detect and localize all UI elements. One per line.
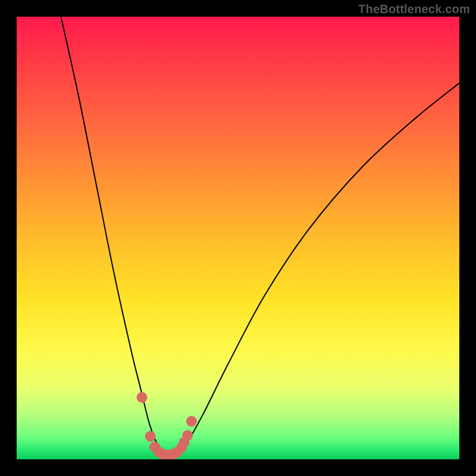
- plot-area: [17, 17, 459, 459]
- highlight-dot: [137, 392, 148, 403]
- chart-frame: TheBottleneck.com: [0, 0, 476, 476]
- highlight-dots-group: [137, 392, 197, 459]
- highlight-dot: [182, 430, 193, 441]
- bottleneck-curve-path: [61, 17, 459, 456]
- highlight-dot: [186, 416, 197, 427]
- curve-svg: [17, 17, 459, 459]
- highlight-dot: [145, 431, 156, 441]
- watermark-text: TheBottleneck.com: [358, 2, 470, 16]
